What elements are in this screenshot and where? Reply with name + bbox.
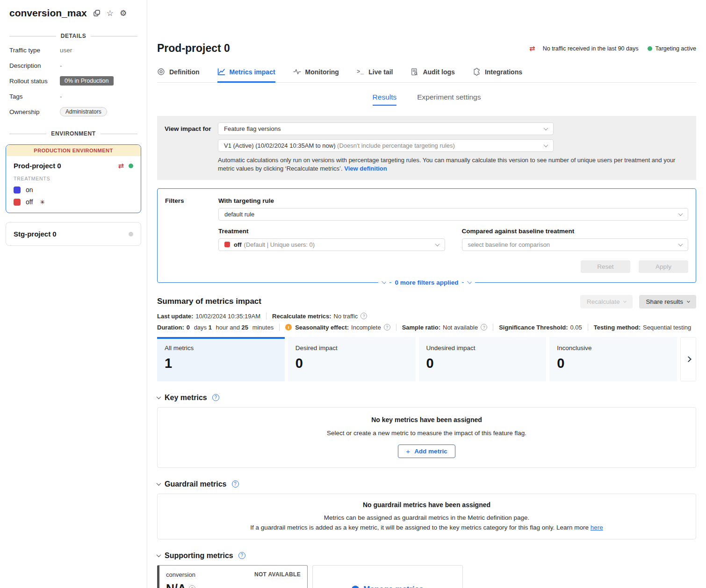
tab-integrations[interactable]: Integrations [473,68,522,83]
copy-icon[interactable] [93,9,101,17]
chevron-down-icon [623,299,627,302]
version-select[interactable]: V1 (Active) (10/02/2024 10:35AM to now) … [218,139,554,152]
help-icon[interactable]: ? [481,324,487,330]
treatment-off-label: off [26,198,33,206]
version-type-select[interactable]: Feature flag versions [218,122,554,135]
plus-circle-icon: + [352,586,359,588]
seasonality-label: Seasonality effect: [295,324,349,331]
target-icon [157,68,165,76]
version-select-value: V1 (Active) (10/02/2024 10:35AM to now) … [224,142,544,149]
view-impact-controls: Feature flag versions V1 (Active) (10/02… [218,122,689,173]
line-chart-icon [217,68,225,76]
traffic-type-value: user [60,47,72,54]
card-desired-impact[interactable]: Desired impact 0 [288,337,416,381]
help-icon[interactable]: ? [232,480,239,488]
help-icon[interactable]: ? [238,552,245,559]
chevron-down-icon [544,143,548,147]
duration-days-unit: days [194,324,207,331]
tab-live-tail[interactable]: >_ Live tail [357,68,393,83]
tab-audit-logs[interactable]: Audit logs [411,68,454,83]
treatment-on-label: on [26,186,33,194]
significance-label: Significance Threshold: [499,324,568,331]
metric-value: N/A [166,582,186,588]
recalculate-label: Recalculate [587,298,620,305]
gear-icon[interactable]: ⚙ [120,9,127,17]
description-value: - [60,62,62,69]
cards-next-button[interactable] [680,337,696,381]
plus-icon: + [406,448,410,455]
warning-icon: ! [285,324,292,330]
detail-row-rollout: Rollout status 0% in Production [0,76,147,86]
help-icon[interactable]: ? [360,313,367,319]
targeting-status: Targeting active [648,45,696,52]
duration-label: Duration: [157,324,184,331]
subtab-experiment-settings[interactable]: Experiment settings [417,93,481,106]
supporting-metric-card-conversion[interactable]: conversion NOT AVAILABLE N/A ? No calcul… [157,565,308,588]
treatment-select-detail: (Default | Unique users: 0) [244,241,436,248]
targeting-rule-value: default rule [224,211,679,218]
main-header: Prod-project 0 ⇄ No traffic received in … [157,42,696,55]
help-icon[interactable]: ? [189,585,195,588]
supporting-metrics-title: Supporting metrics [165,552,233,560]
collapse-caret-icon[interactable] [157,553,161,558]
card-value: 0 [295,356,408,371]
help-icon[interactable]: ? [212,394,219,401]
chevron-down-icon [687,299,690,302]
baseline-filter: Compared against baseline treatment sele… [462,228,689,251]
divider [588,324,588,331]
add-metric-button[interactable]: + Add metric [398,445,455,458]
tab-definition[interactable]: Definition [157,68,200,83]
card-undesired-impact[interactable]: Undesired impact 0 [419,337,547,381]
treatment-select[interactable]: off (Default | Unique users: 0) [218,238,445,251]
traffic-type-label: Traffic type [9,47,60,54]
apply-button[interactable]: Apply [639,260,688,273]
more-filters-toggle[interactable]: 0 more filters applied [158,278,696,287]
card-inconclusive[interactable]: Inconclusive 0 [549,337,677,381]
baseline-select[interactable]: select baseline for comparison [462,238,689,251]
tab-metrics-impact[interactable]: Metrics impact [217,68,275,83]
ownership-label: Ownership [9,108,60,115]
tab-audit-logs-label: Audit logs [423,68,454,76]
guardrail-metrics-title: Guardrail metrics [165,480,227,488]
share-results-button[interactable]: Share results [639,295,696,308]
add-metric-label: Add metric [414,448,447,455]
star-icon[interactable]: ☆ [107,9,114,17]
tab-live-tail-label: Live tail [368,68,393,76]
collapse-caret-icon[interactable] [157,395,161,400]
targeting-rule-select[interactable]: default rule [218,208,688,221]
reset-button[interactable]: Reset [581,260,630,273]
tab-definition-label: Definition [169,68,200,76]
learn-more-link[interactable]: here [591,524,603,531]
recalculate-metrics-value: No traffic [334,313,358,320]
guardrail-line-2-text: If a guardrail metrics is added as a key… [250,524,589,531]
staging-env-name: Stg-project 0 [14,230,57,238]
detail-row-tags: Tags - [0,92,147,101]
production-environment-banner: PRODUCTION ENVIRONMENT [6,145,141,156]
key-metrics-header: Key metrics ? [157,394,696,402]
card-value: 1 [165,356,277,371]
view-definition-link[interactable]: View definition [344,165,387,172]
collapse-caret-icon[interactable] [157,481,161,486]
tab-monitoring[interactable]: Monitoring [293,68,339,83]
help-icon[interactable]: ? [384,324,390,330]
ownership-badge[interactable]: Administrators [60,107,107,116]
treatment-filter: Treatment off (Default | Unique users: 0… [218,228,445,251]
testing-method-value: Sequential testing [643,324,691,331]
treatment-on-swatch [14,186,21,194]
guardrail-empty-title: No guardrail metrics have been assigned [158,501,696,509]
environment-card-production[interactable]: PRODUCTION ENVIRONMENT Prod-project 0 ⇄ … [6,144,141,213]
chevron-down-icon [382,280,386,284]
summary-meta-line-1: Last update: 10/02/2024 10:35:19AM Recal… [157,313,696,320]
environment-card-staging[interactable]: Stg-project 0 [6,222,141,246]
tab-metrics-impact-label: Metrics impact [230,68,275,76]
no-traffic-text: No traffic received in the last 90 days [543,45,639,52]
card-all-metrics[interactable]: All metrics 1 [157,337,285,381]
manage-metrics-button[interactable]: + Manage metrics [312,565,463,588]
significance-value: 0.05 [570,324,582,331]
subtab-results[interactable]: Results [373,93,397,106]
recalculate-button[interactable]: Recalculate [580,295,633,308]
no-traffic-icon: ⇄ [118,162,124,169]
more-filters-label: 0 more filters applied [395,279,459,286]
no-traffic-status: ⇄ No traffic received in the last 90 day… [529,45,638,52]
card-label: All metrics [165,344,277,351]
